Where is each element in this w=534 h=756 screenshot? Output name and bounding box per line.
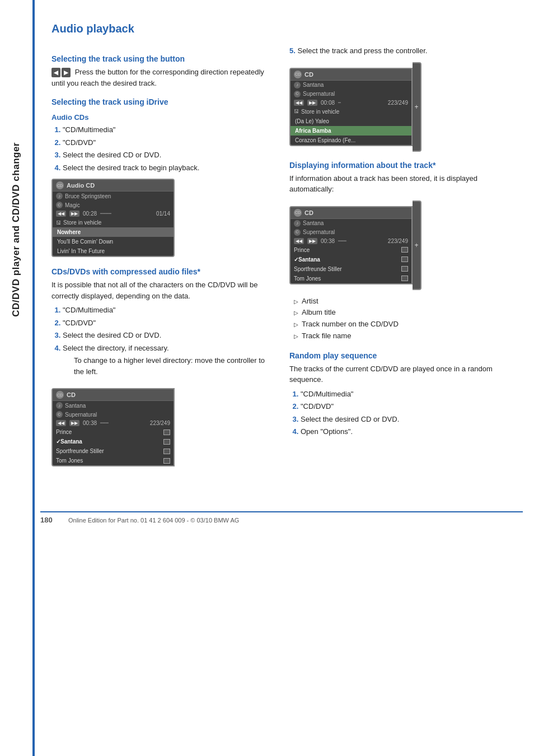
screen-header-title-rt: CD	[305, 71, 313, 78]
cds-compressed-body: It is possible that not all of the chara…	[51, 279, 273, 301]
ctrl-next-2: ▶▶	[69, 420, 79, 426]
page-number: 180	[40, 516, 63, 524]
screen-store-row-rt: 🖫 Store in vehicle	[291, 107, 411, 116]
store-icon: 🖫	[56, 220, 61, 226]
audio-cds-steps: "CD/Multimedia" "CD/DVD" Select the desi…	[51, 124, 273, 173]
displaying-info-title: Displaying information about the track*	[289, 161, 510, 170]
random-play-steps: "CD/Multimedia" "CD/DVD" Select the desi…	[289, 389, 510, 437]
track-icon-rb-0	[401, 247, 408, 253]
list-item: Select the desired CD or DVD.	[63, 330, 273, 341]
list-item: "CD/Multimedia"	[301, 389, 510, 400]
footer-text: Online Edition for Part no. 01 41 2 604 …	[68, 517, 239, 524]
screen-time-row: ◀◀ ▶▶ 00:28 ━━━━ 01/14	[53, 209, 174, 218]
blue-bar	[32, 0, 35, 756]
album-icon-2: ©	[56, 411, 63, 418]
album-icon: ©	[56, 202, 63, 208]
random-play-body: The tracks of the current CD/DVD are pla…	[289, 363, 510, 385]
screen-header-title-rb: CD	[305, 209, 313, 216]
list-item: Select the directory, if necessary.	[63, 343, 273, 354]
artist-icon-2: ♪	[56, 402, 63, 409]
random-play-title: Random play sequence	[289, 351, 510, 360]
cds-compressed-title: CDs/DVDs with compressed audio files*	[51, 267, 273, 276]
selecting-button-body: ◀ ▶ Press the button for the correspondi…	[51, 67, 273, 88]
main-content: Audio playback Selecting the track using…	[40, 0, 533, 494]
cd-right-bottom-screen: CD CD ♪ Santana © Supernatural ◀◀	[289, 206, 413, 284]
screen-track-rb-1: Santana	[291, 255, 411, 264]
section-idrive-title: Selecting the track using iDrive	[51, 97, 273, 106]
screen-info-album-rt: © Supernatural	[291, 90, 411, 99]
screen-track-file-1: Santana	[53, 437, 174, 446]
screen-time-row-rt: ◀◀ ▶▶ 00:08 ━ 223/249	[291, 99, 411, 107]
screen-info-album: © Magic	[53, 200, 174, 209]
cd-right-bottom-screen-wrap: CD CD ♪ Santana © Supernatural ◀◀	[289, 200, 510, 290]
screen-time-row-rb: ◀◀ ▶▶ 00:38 ━━━ 223/249	[291, 237, 411, 245]
screen-track-file-3: Tom Jones	[53, 456, 174, 465]
track-icon-rb-1	[401, 256, 408, 262]
list-item-tracknum: Track number on the CD/DVD	[294, 319, 510, 330]
screen-header-title: Audio CD	[67, 182, 95, 189]
track-icon-rb-3	[401, 276, 408, 281]
step5-text: 5. Select the track and press the contro…	[289, 45, 510, 57]
screen-info-album-2: © Supernatural	[53, 410, 174, 419]
btn-right-icon: ▶	[62, 68, 71, 77]
list-item-album: Album title	[294, 307, 510, 319]
screen-track-file-0: Prince	[53, 427, 174, 437]
list-item: "CD/Multimedia"	[63, 305, 273, 316]
screen-info-artist: ♪ Bruce Springsteen	[53, 192, 174, 200]
screen-header-rb: CD CD	[291, 207, 411, 219]
screen-header-title-2: CD	[67, 391, 76, 398]
screen-track-rb-3: Tom Jones	[291, 274, 411, 283]
screen-track-rt-0: (Da Le) Yaleo	[291, 116, 411, 126]
screen-track-1: You'll Be Comin' Down	[53, 237, 174, 246]
sidebar-label: CD/DVD player and CD/DVD changer	[0, 67, 32, 392]
screen-track-rt-2: Corazon Espinado (Fe...	[291, 136, 411, 145]
list-item-filename: Track file name	[294, 330, 510, 342]
list-item: "CD/Multimedia"	[63, 124, 273, 136]
artist-icon-rb: ♪	[294, 220, 301, 227]
button-icons: ◀ ▶	[51, 68, 71, 77]
audio-cds-title: Audio CDs	[51, 113, 273, 122]
screen-info-artist-rt: ♪ Santana	[291, 81, 411, 90]
list-item: "CD/DVD"	[63, 318, 273, 329]
screen-cd-icon: CD	[56, 181, 64, 189]
track-icon-3	[163, 458, 170, 464]
ctrl-play: ◀◀	[56, 211, 66, 217]
col-right: 5. Select the track and press the contro…	[289, 45, 510, 472]
screen-cd-icon-rt: CD	[294, 71, 302, 78]
ctrl-next-rb: ▶▶	[307, 238, 317, 244]
screen-track-rt-1: Africa Bamba	[291, 126, 411, 136]
screen-cd-icon-rb: CD	[294, 209, 302, 217]
track-icon-0	[163, 430, 170, 435]
page-title: Audio playback	[51, 22, 510, 35]
screen-track-2: Livin' In The Future	[53, 246, 174, 256]
screen-header: CD Audio CD	[53, 180, 174, 192]
screen-track-selected: Nowhere	[53, 227, 174, 237]
list-item-artist: Artist	[294, 296, 510, 307]
list-item: "CD/DVD"	[63, 137, 273, 148]
cd-compressed-screen-wrap: CD CD ♪ Santana © Supernatural ◀◀	[51, 382, 273, 472]
ctrl-next: ▶▶	[69, 211, 79, 217]
screen-store-row: 🖫 Store in vehicle	[53, 218, 174, 227]
cd-compressed-screen: CD CD ♪ Santana © Supernatural ◀◀	[51, 388, 175, 466]
screen-time-row-2: ◀◀ ▶▶ 00:38 ━━━ 223/249	[53, 419, 174, 427]
btn-left-icon: ◀	[51, 68, 60, 77]
screen-cd-icon-2: CD	[56, 391, 64, 399]
screen-plus-btn-2[interactable]: +	[413, 200, 421, 290]
ctrl-next-rt: ▶▶	[307, 100, 317, 106]
screen-header-2: CD CD	[53, 389, 174, 401]
screen-info-artist-rb: ♪ Santana	[291, 219, 411, 228]
cd-right-top-screen-wrap: CD CD ♪ Santana © Supernatural ◀◀	[289, 62, 510, 152]
list-item: Select the desired CD or DVD.	[301, 414, 510, 425]
col-left: Selecting the track using the button ◀ ▶…	[51, 45, 273, 472]
screen-plus-btn[interactable]: +	[413, 62, 421, 152]
displaying-info-body: If information about a track has been st…	[289, 173, 510, 195]
artist-icon: ♪	[56, 193, 63, 199]
screen-header-rt: CD CD	[291, 69, 411, 81]
screen-track-rb-2: Sportfreunde Stiller	[291, 264, 411, 274]
list-item: "CD/DVD"	[301, 401, 510, 412]
list-item: Select the desired CD or DVD.	[63, 150, 273, 161]
track-icon-rb-2	[401, 266, 408, 272]
artist-icon-rt: ♪	[294, 82, 301, 88]
list-item: Select the desired track to begin playba…	[63, 162, 273, 174]
section-selecting-button-title: Selecting the track using the button	[51, 54, 273, 63]
